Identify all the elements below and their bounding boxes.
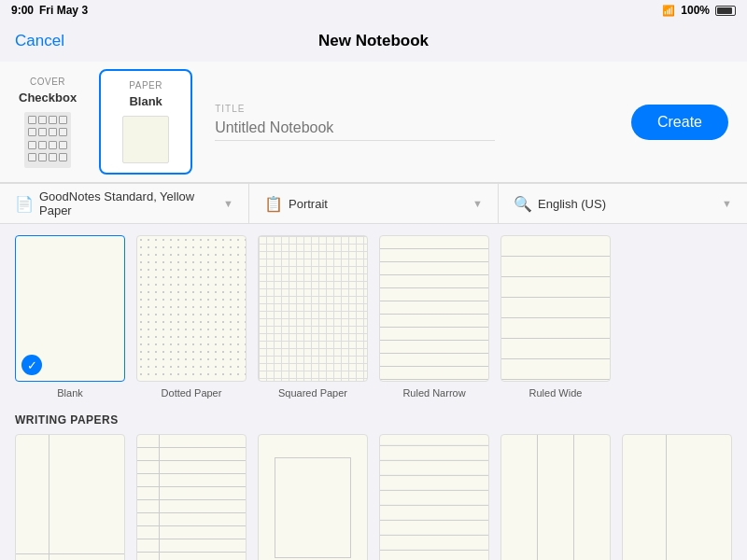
paper-item-label-ruled-narrow: Ruled Narrow	[402, 387, 465, 399]
cover-section[interactable]: COVER Checkbox	[0, 62, 95, 182]
paper-section[interactable]: PAPER Blank	[99, 69, 192, 175]
paper-card-single-col-mix	[258, 434, 368, 560]
cover-label: COVER	[30, 77, 65, 87]
paper-card-cornell	[15, 434, 125, 560]
paper-item-three-col[interactable]: Three Column	[500, 434, 611, 560]
status-bar: 9:00 Fri May 3 📶 100%	[0, 0, 747, 21]
paper-item-ruled-narrow[interactable]: Ruled Narrow	[379, 235, 489, 399]
status-day: Fri May 3	[39, 4, 88, 17]
paper-item-ruled-wide[interactable]: Ruled Wide	[500, 235, 611, 399]
paper-label: PAPER	[129, 80, 162, 91]
paper-name: Blank	[129, 94, 162, 108]
orientation-label: Portrait	[289, 197, 467, 211]
paper-type-icon: 📄	[15, 195, 34, 213]
paper-item-single-col-mix[interactable]: Single Column Mix	[258, 434, 368, 560]
status-time: 9:00	[11, 4, 34, 17]
create-button-container: Create	[613, 62, 747, 182]
cover-thumbnail	[24, 112, 71, 168]
title-section: TITLE	[196, 62, 613, 182]
paper-item-label-ruled-wide: Ruled Wide	[529, 387, 583, 399]
orientation-icon: 📋	[264, 195, 283, 213]
paper-card-blank: ✓	[15, 235, 125, 382]
paper-card-single-col	[379, 434, 489, 560]
paper-card-two-col-left	[622, 434, 732, 560]
toolbar: 📄 GoodNotes Standard, Yellow Paper ▼ 📋 P…	[0, 183, 747, 224]
paper-item-single-col[interactable]: Single Column	[379, 434, 489, 560]
paper-item-blank[interactable]: ✓ Blank	[15, 235, 125, 399]
cover-name: Checkbox	[19, 91, 77, 105]
paper-card-ruled-wide	[500, 235, 611, 382]
paper-card-squared	[258, 235, 368, 382]
paper-item-label-blank: Blank	[57, 387, 83, 399]
wifi-icon: 📶	[662, 5, 675, 17]
title-label: TITLE	[215, 104, 594, 114]
paper-card-ruled-narrow	[379, 235, 489, 382]
paper-card-dotted	[136, 235, 247, 382]
language-chevron-icon: ▼	[722, 198, 732, 209]
paper-type-label: GoodNotes Standard, Yellow Paper	[39, 189, 218, 217]
paper-item-two-col-left[interactable]: Two Column Left	[622, 434, 732, 560]
paper-card-three-col	[500, 434, 611, 560]
writing-papers-heading: WRITING PAPERS	[15, 413, 732, 427]
paper-item-squared[interactable]: Squared Paper	[258, 235, 368, 399]
paper-item-legal[interactable]: Legal	[136, 434, 247, 560]
paper-thumbnail	[122, 116, 169, 163]
paper-item-label-squared: Squared Paper	[278, 387, 347, 399]
orientation-selector[interactable]: 📋 Portrait ▼	[249, 184, 499, 223]
paper-item-dotted[interactable]: Dotted Paper	[136, 235, 247, 399]
create-button[interactable]: Create	[631, 105, 728, 140]
paper-card-legal	[136, 434, 247, 560]
header: Cancel New Notebook	[0, 21, 747, 62]
battery-indicator	[715, 6, 736, 16]
selected-checkmark: ✓	[21, 355, 42, 375]
selection-panel: COVER Checkbox PAPER Blank TITLE Create	[0, 62, 747, 183]
writing-papers-grid: Cornell Legal Single Column Mix Single C…	[15, 434, 732, 560]
language-icon: 🔍	[514, 195, 532, 213]
page-title: New Notebook	[318, 32, 429, 50]
paper-item-label-dotted: Dotted Paper	[162, 387, 222, 399]
language-selector[interactable]: 🔍 English (US) ▼	[499, 184, 747, 223]
paper-item-cornell[interactable]: Cornell	[15, 434, 125, 560]
title-input[interactable]	[215, 119, 495, 141]
paper-grid-container: ✓ Blank Dotted Paper Squared Paper Ruled…	[0, 224, 747, 560]
cancel-button[interactable]: Cancel	[15, 32, 64, 50]
paper-type-selector[interactable]: 📄 GoodNotes Standard, Yellow Paper ▼	[0, 184, 249, 223]
language-label: English (US)	[538, 197, 716, 211]
battery-percent: 100%	[681, 4, 710, 17]
orientation-chevron-icon: ▼	[472, 198, 483, 209]
paper-type-chevron-icon: ▼	[223, 198, 233, 209]
basic-papers-grid: ✓ Blank Dotted Paper Squared Paper Ruled…	[15, 235, 732, 399]
